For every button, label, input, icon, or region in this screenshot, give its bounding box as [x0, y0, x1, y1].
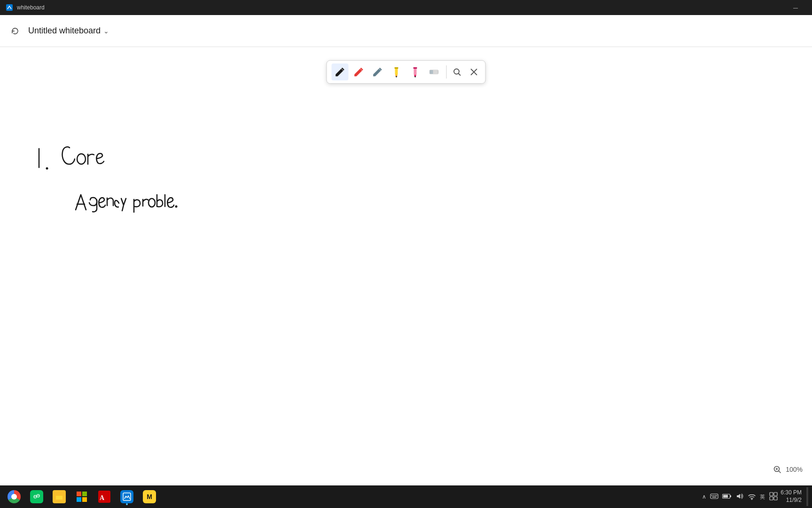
clock-area[interactable]: 6:30 PM 11/9/2	[781, 489, 802, 504]
close-toolbar-button[interactable]	[468, 65, 481, 79]
whiteboard-title: Untitled whiteboard	[28, 26, 101, 36]
taskbar-files[interactable]	[49, 487, 70, 506]
svg-marker-10	[414, 76, 416, 78]
svg-rect-36	[82, 497, 87, 502]
title-bar: whiteboard —	[0, 0, 812, 15]
pen-black-tool[interactable]	[332, 64, 349, 80]
svg-rect-41	[711, 495, 712, 496]
svg-marker-6	[396, 76, 398, 78]
svg-point-32	[38, 495, 39, 496]
taskbar-chrome[interactable]	[4, 487, 24, 506]
svg-rect-11	[414, 67, 417, 69]
svg-point-49	[751, 499, 752, 500]
svg-rect-7	[395, 67, 398, 69]
title-bar-left: whiteboard	[6, 4, 45, 11]
svg-rect-52	[770, 497, 773, 500]
svg-rect-51	[774, 492, 777, 496]
toolbar-divider	[446, 65, 447, 79]
svg-point-27	[34, 495, 37, 498]
canvas-area[interactable]: 100%	[0, 47, 812, 485]
svg-point-21	[148, 198, 155, 207]
taskbar-apps: A M	[4, 487, 160, 506]
handwriting-canvas	[0, 47, 812, 485]
svg-rect-44	[716, 495, 717, 496]
language-indicator[interactable]: 英	[760, 493, 765, 500]
app-toolbar: Untitled whiteboard ⌄	[0, 15, 812, 47]
keyboard-layout-icon[interactable]	[710, 492, 718, 501]
taskbar-wechat[interactable]	[26, 487, 47, 506]
svg-point-30	[35, 496, 36, 497]
taskbar-msapps[interactable]	[71, 487, 92, 506]
svg-point-15	[454, 69, 459, 74]
svg-rect-45	[712, 497, 717, 498]
clock-date: 11/9/2	[786, 497, 802, 504]
svg-point-19	[46, 167, 48, 170]
svg-rect-50	[770, 492, 773, 496]
svg-rect-42	[713, 495, 714, 496]
svg-point-22	[175, 206, 178, 208]
svg-point-31	[37, 495, 38, 496]
svg-rect-34	[82, 492, 87, 496]
pen-blue-tool[interactable]	[369, 64, 386, 80]
svg-point-20	[77, 154, 86, 164]
svg-line-24	[779, 471, 781, 473]
wifi-icon[interactable]	[748, 492, 756, 501]
taskbar-whiteboard[interactable]	[117, 487, 137, 506]
minimize-button[interactable]: —	[785, 0, 806, 15]
window-title: whiteboard	[17, 4, 45, 11]
battery-icon[interactable]	[722, 493, 732, 500]
pen-pink-tool[interactable]	[407, 64, 424, 80]
svg-rect-40	[710, 494, 718, 499]
svg-rect-35	[77, 497, 81, 502]
search-tool-button[interactable]	[451, 65, 464, 79]
app-icon	[6, 4, 13, 11]
svg-rect-47	[730, 495, 731, 497]
svg-point-28	[37, 494, 39, 497]
zoom-indicator: 100%	[773, 465, 803, 474]
pen-red-tool[interactable]	[351, 64, 367, 80]
window-controls[interactable]: —	[785, 0, 806, 15]
task-view-icon[interactable]	[769, 492, 778, 501]
system-tray: ∧	[702, 492, 778, 501]
taskbar-right: ∧	[702, 485, 808, 508]
volume-icon[interactable]	[735, 492, 744, 501]
svg-text:A: A	[100, 494, 105, 501]
svg-rect-53	[774, 497, 777, 500]
eraser-tool[interactable]	[426, 64, 443, 80]
show-hidden-icons[interactable]: ∧	[702, 493, 706, 500]
svg-rect-14	[430, 70, 433, 74]
svg-rect-0	[6, 4, 13, 11]
refresh-button[interactable]	[8, 24, 23, 39]
svg-rect-5	[396, 75, 398, 76]
svg-line-16	[459, 74, 461, 76]
drawing-toolbar	[327, 60, 486, 84]
clock-time: 6:30 PM	[781, 489, 802, 497]
svg-rect-9	[414, 75, 416, 76]
pen-yellow-tool[interactable]	[388, 64, 405, 80]
svg-rect-43	[715, 495, 716, 496]
taskbar-acrobat[interactable]: A	[94, 487, 115, 506]
zoom-level: 100%	[786, 466, 803, 473]
zoom-icon[interactable]	[773, 465, 782, 474]
show-desktop-button[interactable]	[806, 487, 808, 506]
taskbar: A M ∧	[0, 485, 812, 508]
whiteboard-title-area[interactable]: Untitled whiteboard ⌄	[28, 26, 109, 36]
taskbar-miro[interactable]: M	[139, 487, 160, 506]
svg-rect-48	[723, 495, 728, 498]
svg-rect-33	[77, 492, 81, 496]
svg-point-29	[34, 496, 35, 497]
title-dropdown-icon: ⌄	[103, 27, 109, 35]
